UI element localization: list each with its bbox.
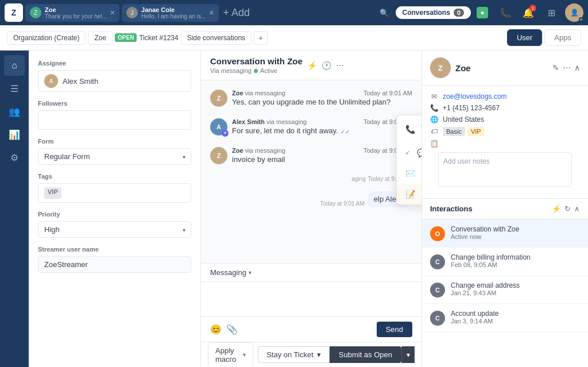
conversations-button[interactable]: Conversations 0 xyxy=(396,6,471,19)
form-select-wrap: Regular Form xyxy=(38,148,191,165)
clock-icon[interactable]: 🕐 xyxy=(322,61,331,70)
interaction-content-3: Change email address Jan 21, 9:43 AM xyxy=(451,281,580,296)
notifications-icon[interactable]: 🔔 1 xyxy=(519,3,537,22)
interactions-icons: ⚡ ↻ ∧ xyxy=(552,204,580,213)
filter-icon[interactable]: ⚡ xyxy=(307,61,317,70)
contact-email-row: ✉ zoe@lovesdogs.com xyxy=(430,92,580,101)
tab-user[interactable]: User xyxy=(507,29,542,46)
dropdown-internal-note[interactable]: 📝 Internal note xyxy=(397,184,421,204)
search-button[interactable]: 🔍 xyxy=(375,3,393,22)
email-contact-icon: ✉ xyxy=(430,92,438,101)
breadcrumb-user[interactable]: Zoe xyxy=(88,31,113,45)
interactions-header: Interactions ⚡ ↻ ∧ xyxy=(422,199,588,219)
tag-vip: VIP xyxy=(44,187,61,199)
send-button[interactable]: Send xyxy=(377,322,412,337)
logo: Z xyxy=(5,3,23,22)
streamer-input[interactable] xyxy=(38,256,191,273)
emoji-icon[interactable]: 😊 xyxy=(210,324,222,335)
msg-via-1: via messaging xyxy=(245,90,285,96)
apps-grid-icon[interactable]: ⊞ xyxy=(542,3,560,22)
message-row: A ✦ Alex Smith via messaging Today at 9:… xyxy=(210,118,412,136)
sidebar-settings-icon[interactable]: ⚙ xyxy=(4,147,25,168)
priority-select[interactable]: High xyxy=(38,221,191,238)
followers-field[interactable] xyxy=(38,110,191,130)
phone-contact-icon: 📞 xyxy=(430,104,438,112)
form-label: Form xyxy=(38,138,191,145)
submit-dropdown-button[interactable]: ▾ xyxy=(401,346,415,363)
sidebar-views-icon[interactable]: ☰ xyxy=(4,78,25,99)
interactions-filter-icon[interactable]: ⚡ xyxy=(552,204,561,213)
breadcrumb-bar: Organization (Create) Zoe OPEN Ticket #1… xyxy=(0,25,588,51)
interactions-collapse-icon[interactable]: ∧ xyxy=(574,204,580,213)
message-row: Z Zoe via messaging Today at 9:01 AM inv… xyxy=(210,147,412,164)
messaging-tab[interactable]: Messaging ▾ xyxy=(201,264,421,282)
conversation-header-info: Conversation with Zoe Via messaging Acti… xyxy=(210,56,303,74)
more-icon[interactable]: ⋯ xyxy=(336,61,344,70)
tab-apps[interactable]: Apps xyxy=(544,29,581,46)
bottom-bar: Apply macro ▾ Stay on Ticket ▾ Submit as… xyxy=(201,342,421,367)
sidebar-home-icon[interactable]: ⌂ xyxy=(4,55,25,76)
stay-on-ticket-label: Stay on Ticket xyxy=(266,350,314,359)
assignee-field[interactable]: A Alex Smith xyxy=(38,70,191,92)
tab-janae[interactable]: J Janae Cole Hello, I am having an is...… xyxy=(122,4,218,22)
msg-text-1: Yes, can you upgrade me to the Unlimited… xyxy=(232,98,412,106)
attachment-icon[interactable]: 📎 xyxy=(226,324,238,335)
tab-janae-content: Janae Cole Hello, I am having an is... xyxy=(141,6,206,20)
contact-info: ✉ zoe@lovesdogs.com 📞 +1 (415) 123-4567 … xyxy=(422,86,588,199)
tags-field[interactable]: VIP xyxy=(38,183,191,203)
interactions-section: Interactions ⚡ ↻ ∧ O Conversation with Z… xyxy=(422,199,588,367)
ticket-id[interactable]: Ticket #1234 xyxy=(139,34,178,42)
tab-zoe[interactable]: Z Zoe Thank you for your hel... × xyxy=(25,4,119,22)
breadcrumb-plus[interactable]: + xyxy=(254,31,268,45)
phone-icon[interactable]: 📞 xyxy=(496,3,514,22)
priority-label: Priority xyxy=(38,211,191,218)
interaction-item[interactable]: C Account update Jan 3, 9:14 AM xyxy=(422,304,588,332)
dropdown-call[interactable]: 📞 Call +1(415) 123-4567 xyxy=(397,115,421,142)
interaction-item[interactable]: O Conversation with Zoe Active now xyxy=(422,219,588,248)
reply-input-area[interactable] xyxy=(201,282,421,316)
tab-zoe-close[interactable]: × xyxy=(110,8,115,17)
collapse-icon[interactable]: ∧ xyxy=(574,63,580,72)
interactions-title: Interactions xyxy=(430,204,548,213)
form-select[interactable]: Regular Form xyxy=(38,148,191,165)
apply-macro-button[interactable]: Apply macro ▾ xyxy=(208,342,253,368)
contact-location-row: 🌐 United States xyxy=(430,115,580,123)
macro-dropdown-icon: ▾ xyxy=(243,351,246,358)
contact-email[interactable]: zoe@lovesdogs.com xyxy=(443,92,507,101)
interaction-dot-3: C xyxy=(430,283,445,298)
tab-janae-close[interactable]: × xyxy=(209,8,214,17)
msg-content-1: Zoe via messaging Today at 9:01 AM Yes, … xyxy=(232,90,412,106)
breadcrumb-org[interactable]: Organization (Create) xyxy=(7,31,86,45)
notes-placeholder: Add user notes xyxy=(443,157,490,165)
avatar-wrap[interactable]: 👤 xyxy=(565,3,583,22)
messaging-dropdown-icon: ▾ xyxy=(249,269,252,276)
more-options-icon[interactable]: ⋯ xyxy=(563,63,571,72)
dropdown-messaging[interactable]: ✓ 💬 Messaging xyxy=(397,142,421,163)
left-panel: Assignee A Alex Smith Followers Form Reg… xyxy=(29,51,201,367)
tab-zoe-content: Zoe Thank you for your hel... xyxy=(45,6,107,20)
dropdown-email[interactable]: ✉️ Email xyxy=(397,163,421,184)
via-label: Via messaging xyxy=(210,67,252,74)
right-panel-avatar: Z xyxy=(430,57,451,78)
tag-icon: 🏷 xyxy=(430,128,438,136)
apply-macro-label: Apply macro xyxy=(215,346,243,364)
interaction-item[interactable]: C Change email address Jan 21, 9:43 AM xyxy=(422,276,588,304)
add-tab-button[interactable]: + Add xyxy=(221,7,253,19)
user-notes[interactable]: Add user notes xyxy=(438,152,572,187)
interaction-item[interactable]: C Change billing information Feb 08, 9:0… xyxy=(422,248,588,276)
edit-icon[interactable]: ✎ xyxy=(552,63,559,72)
interaction-sub-3: Jan 21, 9:43 AM xyxy=(451,289,580,296)
submit-button[interactable]: Submit as Open xyxy=(330,346,401,363)
status-green-icon[interactable]: ● xyxy=(473,3,492,22)
tab-janae-preview: Hello, I am having an is... xyxy=(141,13,206,20)
interactions-refresh-icon[interactable]: ↻ xyxy=(564,204,571,213)
dropdown-call-sub: +1(415) 123-4567 xyxy=(421,130,421,137)
interaction-sub-1: Active now xyxy=(451,233,580,240)
sidebar-contacts-icon[interactable]: 👥 xyxy=(4,101,25,122)
msg-sender-2: Alex Smith xyxy=(232,118,265,125)
sidebar-reporting-icon[interactable]: 📊 xyxy=(4,124,25,145)
stay-on-ticket-button[interactable]: Stay on Ticket ▾ xyxy=(258,346,330,363)
conversation-title: Conversation with Zoe xyxy=(210,56,303,66)
breadcrumb-side-conversations[interactable]: Side conversations xyxy=(181,31,252,45)
contact-location: United States xyxy=(443,115,484,123)
